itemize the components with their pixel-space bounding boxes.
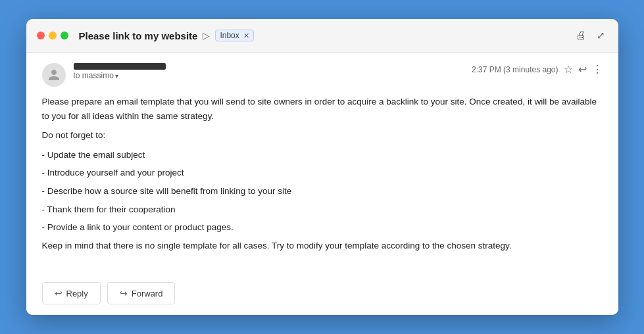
reply-btn-icon: ↩	[55, 288, 62, 298]
to-chevron-icon[interactable]: ▾	[115, 72, 118, 80]
title-bar: Please link to my website ▷ Inbox ✕ 🖨 ⤢	[26, 19, 618, 53]
list-item-4: - Thank them for their cooperation	[42, 203, 603, 217]
inbox-badge: Inbox ✕	[215, 30, 253, 41]
close-button[interactable]	[37, 32, 45, 39]
traffic-lights	[37, 32, 68, 39]
email-text: Please prepare an email template that yo…	[42, 95, 603, 252]
inbox-close-icon[interactable]: ✕	[243, 32, 249, 40]
timestamp: 2:37 PM (3 minutes ago)	[472, 65, 558, 74]
email-window: Please link to my website ▷ Inbox ✕ 🖨 ⤢	[26, 19, 618, 315]
paragraph-2: Do not forget to:	[42, 128, 603, 143]
email-actions: ↩ Reply ↪ Forward	[26, 274, 618, 315]
reply-icon[interactable]: ↩	[578, 63, 587, 76]
sender-avatar	[42, 63, 66, 87]
list-item-3: - Describe how a source site will benefi…	[42, 184, 603, 199]
inbox-label: Inbox	[220, 31, 239, 40]
list-item-2: - Introduce yourself and your project	[42, 166, 603, 180]
email-body: to massimo ▾ 2:37 PM (3 minutes ago) ☆ ↩…	[26, 53, 618, 274]
reply-button[interactable]: ↩ Reply	[42, 282, 101, 304]
paragraph-closing: Keep in mind that there is no single tem…	[42, 239, 603, 253]
reply-label: Reply	[66, 289, 88, 298]
email-header: to massimo ▾ 2:37 PM (3 minutes ago) ☆ ↩…	[42, 63, 603, 87]
minimize-button[interactable]	[49, 32, 57, 39]
email-subject: Please link to my website	[79, 30, 198, 41]
title-bar-center: Please link to my website ▷ Inbox ✕	[79, 30, 573, 41]
sender-info: to massimo ▾	[42, 63, 166, 87]
subject-arrow-icon: ▷	[203, 30, 210, 41]
forward-button[interactable]: ↪ Forward	[107, 282, 176, 304]
star-icon[interactable]: ☆	[564, 63, 573, 76]
email-meta: 2:37 PM (3 minutes ago) ☆ ↩ ⋮	[472, 63, 602, 76]
forward-label: Forward	[132, 289, 163, 298]
print-icon[interactable]: 🖨	[573, 27, 589, 44]
sender-details: to massimo ▾	[74, 63, 166, 80]
sender-name	[74, 63, 166, 70]
open-in-new-icon[interactable]: ⤢	[594, 27, 608, 44]
list-item-5: - Provide a link to your content or prod…	[42, 220, 603, 235]
title-bar-actions: 🖨 ⤢	[573, 27, 608, 44]
forward-btn-icon: ↪	[120, 288, 128, 298]
list-item-1: - Update the email subject	[42, 148, 603, 162]
to-line: to massimo ▾	[74, 71, 166, 80]
maximize-button[interactable]	[61, 32, 68, 39]
more-options-icon[interactable]: ⋮	[592, 63, 603, 76]
to-label: to massimo	[74, 71, 114, 80]
paragraph-1: Please prepare an email template that yo…	[42, 95, 603, 123]
